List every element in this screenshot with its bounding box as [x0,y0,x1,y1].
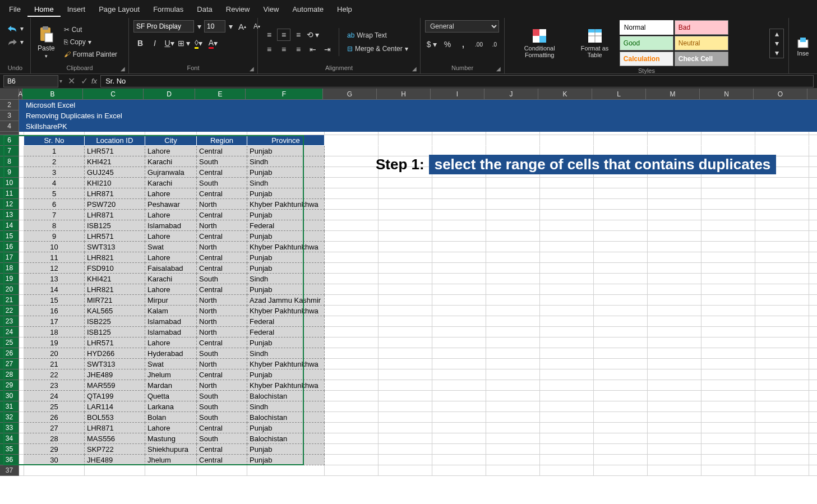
align-right-icon[interactable]: ≡ [292,43,305,56]
cell-r20-cE[interactable]: Central [197,284,247,295]
cell-r18-cC[interactable]: FSD910 [85,263,145,274]
cell-r20-cB[interactable]: 14 [24,284,85,295]
cell-r28-cD[interactable]: Jhelum [145,369,197,380]
cell-r34-cC[interactable]: MAS556 [85,433,145,444]
cell-r28-cF[interactable]: Punjab [247,369,325,380]
cell-r17-cC[interactable]: LHR821 [85,252,145,263]
col-header-C[interactable]: C [83,89,144,100]
cell-r30-cD[interactable]: Quetta [145,391,197,401]
cell-r35-cB[interactable]: 29 [24,444,85,455]
cell-r9-cD[interactable]: Gujranwala [145,167,197,178]
name-box[interactable] [3,75,58,87]
row-header-16[interactable]: 16 [0,242,19,252]
cell-r16-cF[interactable]: Khyber Pakhtunkhwa [247,242,325,252]
row-header-11[interactable]: 11 [0,188,19,199]
cell-r20-cD[interactable]: Lahore [145,284,197,295]
cell-r8-cC[interactable]: KHI421 [85,156,145,167]
cell-r17-cD[interactable]: Lahore [145,252,197,263]
cell-r10-cE[interactable]: South [197,178,247,188]
col-header-B[interactable]: B [22,89,83,100]
cell-r10-cD[interactable]: Karachi [145,178,197,188]
accounting-format-icon[interactable]: $ ▾ [425,38,438,50]
cell-r23-cC[interactable]: ISB225 [85,316,145,327]
menu-automate[interactable]: Automate [285,2,330,17]
format-painter-button[interactable]: 🖌Format Painter [62,49,119,59]
cell-r28-cC[interactable]: JHE489 [85,369,145,380]
cell-r31-cC[interactable]: LAR114 [85,401,145,412]
menu-insert[interactable]: Insert [61,2,93,17]
cell-r8-cB[interactable]: 2 [24,156,85,167]
font-launcher[interactable]: ◢ [250,66,256,72]
cell-r34-cD[interactable]: Mastung [145,433,197,444]
cell-r12-cF[interactable]: Khyber Pakhtunkhwa [247,199,325,210]
cell-r36-cC[interactable]: JHE489 [85,455,145,465]
cell-r30-cC[interactable]: QTA199 [85,391,145,401]
cell-r13-cF[interactable]: Punjab [247,210,325,220]
row-header-29[interactable]: 29 [0,380,19,391]
row-header-31[interactable]: 31 [0,401,19,412]
font-size-dropdown[interactable]: ▾ [227,20,234,33]
undo-button[interactable]: ▾ [4,24,26,34]
style-calculation[interactable]: Calculation [620,52,673,66]
cell-r15-cC[interactable]: LHR571 [85,231,145,242]
align-middle-icon[interactable]: ≡ [277,29,290,41]
cell-r18-cB[interactable]: 12 [24,263,85,274]
row-header-35[interactable]: 35 [0,444,19,455]
align-center-icon[interactable]: ≡ [277,43,290,56]
cell-r15-cD[interactable]: Lahore [145,231,197,242]
cell-r17-cF[interactable]: Punjab [247,252,325,263]
cell-r13-cB[interactable]: 7 [24,210,85,220]
menu-view[interactable]: View [256,2,285,17]
cell-r36-cE[interactable]: Central [197,455,247,465]
cell-r10-cF[interactable]: Sindh [247,178,325,188]
decrease-indent-icon[interactable]: ⇤ [306,43,320,56]
cell-r14-cD[interactable]: Islamabad [145,220,197,231]
cell-r21-cB[interactable]: 15 [24,295,85,306]
cell-r26-cF[interactable]: Sindh [247,348,325,359]
row-header-2[interactable]: 2 [0,100,19,110]
cell-r25-cD[interactable]: Lahore [145,337,197,348]
cell-r11-cE[interactable]: Central [197,188,247,199]
cell-r24-cC[interactable]: ISB125 [85,327,145,337]
cell-r32-cE[interactable]: South [197,412,247,423]
cell-r32-cB[interactable]: 26 [24,412,85,423]
cell-r33-cB[interactable]: 27 [24,423,85,433]
style-bad[interactable]: Bad [675,20,728,35]
cell-r27-cF[interactable]: Khyber Pakhtunkhwa [247,359,325,369]
cell-r9-cC[interactable]: GUJ245 [85,167,145,178]
cell-r8-cE[interactable]: South [197,156,247,167]
cell-r17-cB[interactable]: 11 [24,252,85,263]
enter-formula-icon[interactable]: ✓ [79,76,90,86]
col-header-M[interactable]: M [646,89,700,100]
cell-r34-cE[interactable]: South [197,433,247,444]
row-header-25[interactable]: 25 [0,337,19,348]
cell-r36-cB[interactable]: 30 [24,455,85,465]
cell-r7-cC[interactable]: LHR571 [85,146,145,156]
cell-r17-cE[interactable]: Central [197,252,247,263]
cell-r7-cD[interactable]: Lahore [145,146,197,156]
cell-r13-cD[interactable]: Lahore [145,210,197,220]
increase-indent-icon[interactable]: ⇥ [321,43,334,56]
cell-r35-cC[interactable]: SKP722 [85,444,145,455]
format-as-table-button[interactable]: Format as Table [572,27,617,59]
cell-r33-cF[interactable]: Punjab [247,423,325,433]
cell-r27-cB[interactable]: 21 [24,359,85,369]
cell-r22-cE[interactable]: North [197,306,247,316]
cell-r34-cF[interactable]: Balochistan [247,433,325,444]
col-header-J[interactable]: J [484,89,538,100]
row-header-19[interactable]: 19 [0,274,19,284]
cell-r30-cF[interactable]: Balochistan [247,391,325,401]
fx-icon[interactable]: fx [91,77,97,85]
row-header-32[interactable]: 32 [0,412,19,423]
cell-r22-cD[interactable]: Kalam [145,306,197,316]
orientation-icon[interactable]: ⟲ ▾ [306,29,320,41]
cell-r15-cE[interactable]: Central [197,231,247,242]
row-header-23[interactable]: 23 [0,316,19,327]
cell-r33-cE[interactable]: Central [197,423,247,433]
cell-r27-cE[interactable]: North [197,359,247,369]
paste-button[interactable]: Paste ▾ [35,24,57,60]
cell-r20-cC[interactable]: LHR821 [85,284,145,295]
cell-r21-cD[interactable]: Mirpur [145,295,197,306]
cell-r24-cF[interactable]: Federal [247,327,325,337]
cell-r30-cE[interactable]: South [197,391,247,401]
